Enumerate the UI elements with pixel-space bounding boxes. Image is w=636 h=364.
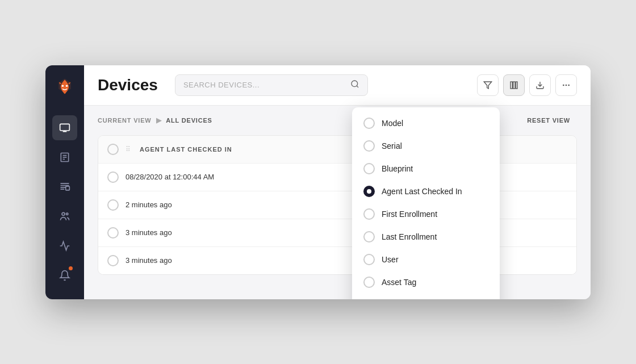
dropdown-radio-model <box>363 118 375 129</box>
svg-marker-11 <box>484 82 491 89</box>
svg-rect-13 <box>513 82 515 89</box>
dropdown-item[interactable]: Serial <box>352 135 500 157</box>
column-header-agent-last-checked-in: AGENT LAST CHECKED IN <box>140 146 232 153</box>
svg-point-18 <box>568 85 569 85</box>
table-row[interactable]: 2 minutes ago <box>98 191 576 219</box>
drag-handle-icon: ⠿ <box>125 145 131 153</box>
dropdown-radio-blueprint <box>363 163 375 174</box>
dropdown-item[interactable]: Last Enrollment <box>352 225 500 248</box>
table-row[interactable]: 3 minutes ago <box>98 247 576 274</box>
dropdown-label: Blueprint <box>382 164 413 173</box>
row-checkbox[interactable] <box>107 255 119 266</box>
table-row[interactable]: 08/28/2020 at 12:00:44 AM <box>98 164 576 191</box>
breadcrumb-prefix: CURRENT VIEW <box>98 117 152 124</box>
breadcrumb-current: ALL DEVICES <box>166 117 212 124</box>
row-value: 3 minutes ago <box>125 228 172 237</box>
sidebar-logo <box>55 77 75 99</box>
dropdown-radio-asset-tag <box>363 277 375 288</box>
main-content: Devices SEARCH DEVICES... <box>84 65 591 299</box>
page-title: Devices <box>98 76 158 94</box>
dropdown-label: Model <box>382 119 403 128</box>
row-value: 08/28/2020 at 12:00:44 AM <box>125 173 214 181</box>
dropdown-item[interactable]: Agent Last Checked In <box>352 180 500 203</box>
search-icon <box>350 80 359 91</box>
sidebar-item-activity[interactable] <box>52 233 77 258</box>
sidebar-item-library[interactable] <box>52 174 77 199</box>
dropdown-item[interactable]: OS Version <box>352 294 500 299</box>
dropdown-radio-serial <box>363 140 375 152</box>
breadcrumb-bar: CURRENT VIEW ▶ ALL DEVICES RESET VIEW <box>84 106 591 135</box>
svg-point-9 <box>66 213 68 215</box>
dropdown-radio-user <box>363 254 375 265</box>
dropdown-item[interactable]: Blueprint <box>352 157 500 180</box>
svg-rect-7 <box>66 186 70 190</box>
svg-point-10 <box>352 81 358 87</box>
table-row[interactable]: 3 minutes ago <box>98 219 576 247</box>
export-button[interactable] <box>529 74 551 96</box>
svg-point-16 <box>563 85 564 85</box>
devices-table: ⠿ AGENT LAST CHECKED IN 08/28/2020 at 12… <box>98 135 577 275</box>
table-header: ⠿ AGENT LAST CHECKED IN <box>98 136 576 164</box>
dropdown-radio-first-enrollment <box>363 208 375 220</box>
row-checkbox[interactable] <box>107 171 119 183</box>
dropdown-label: Last Enrollment <box>382 232 437 241</box>
breadcrumb-separator: ▶ <box>156 116 162 124</box>
dropdown-label: First Enrollment <box>382 210 437 219</box>
dropdown-label: Agent Last Checked In <box>382 187 462 196</box>
table-area: ⠿ AGENT LAST CHECKED IN 08/28/2020 at 12… <box>84 135 591 299</box>
row-value: 2 minutes ago <box>125 200 172 209</box>
columns-button[interactable] <box>503 74 525 96</box>
svg-rect-12 <box>511 82 512 89</box>
sidebar <box>45 65 84 299</box>
svg-point-8 <box>62 212 65 215</box>
header-checkbox[interactable] <box>107 144 119 155</box>
svg-rect-14 <box>516 82 517 89</box>
svg-point-0 <box>62 85 64 87</box>
dropdown-item[interactable]: Model <box>352 112 500 135</box>
search-placeholder: SEARCH DEVICES... <box>183 81 346 89</box>
svg-rect-2 <box>60 124 70 131</box>
more-button[interactable] <box>555 74 577 96</box>
dropdown-radio-agent-last-checked-in <box>363 186 375 197</box>
dropdown-label: User <box>382 255 399 264</box>
dropdown-radio-last-enrollment <box>363 231 375 242</box>
app-window: Devices SEARCH DEVICES... <box>45 65 591 299</box>
svg-point-17 <box>566 85 566 85</box>
filter-button[interactable] <box>477 74 499 96</box>
columns-dropdown: ModelSerialBlueprintAgent Last Checked I… <box>352 107 500 299</box>
row-value: 3 minutes ago <box>125 256 172 265</box>
sidebar-item-alerts[interactable] <box>52 263 77 288</box>
dropdown-item[interactable]: First Enrollment <box>352 203 500 225</box>
sidebar-item-devices[interactable] <box>52 115 77 140</box>
dropdown-item[interactable]: Asset Tag <box>352 271 500 294</box>
sidebar-item-blueprints[interactable] <box>52 145 77 170</box>
notification-dot <box>69 266 73 270</box>
search-bar[interactable]: SEARCH DEVICES... <box>175 74 368 96</box>
reset-view-button[interactable]: RESET VIEW <box>520 114 577 127</box>
svg-point-1 <box>66 85 68 87</box>
header: Devices SEARCH DEVICES... <box>84 65 591 106</box>
breadcrumb: CURRENT VIEW ▶ ALL DEVICES <box>98 116 212 124</box>
row-checkbox[interactable] <box>107 227 119 239</box>
dropdown-item[interactable]: User <box>352 248 500 271</box>
sidebar-item-users[interactable] <box>52 204 77 229</box>
toolbar-buttons <box>477 74 577 96</box>
row-checkbox[interactable] <box>107 199 119 211</box>
dropdown-label: Asset Tag <box>382 278 416 287</box>
dropdown-label: Serial <box>382 141 402 150</box>
